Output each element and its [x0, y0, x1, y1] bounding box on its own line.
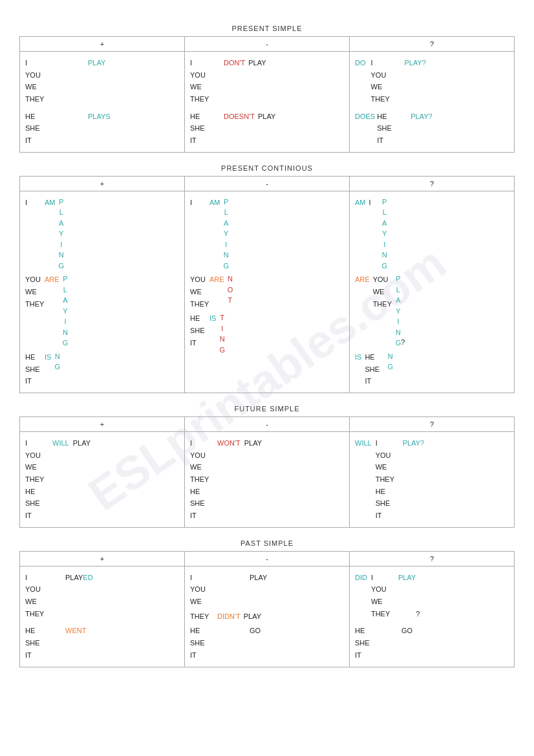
pc-plus-he-she-it: HESHEIT: [25, 351, 45, 387]
pc-q-qmark1: ?: [401, 336, 405, 349]
pc-minus-are: ARE: [209, 274, 224, 286]
past-q-pronouns2: HESHEIT: [355, 625, 382, 661]
pc-q-are: ARE: [355, 274, 370, 286]
fs-plus-play: PLAY: [73, 437, 91, 449]
past-col-minus: -: [185, 551, 350, 566]
past-minus-go: GO: [250, 625, 261, 637]
pc-question-cell: AM I PLAYING ARE YOUWETHEY: [350, 191, 515, 393]
col-plus: +: [20, 37, 185, 52]
pc-minus-he-she-it: HESHEIT: [190, 312, 209, 349]
past-q-go: GO: [401, 625, 412, 637]
pc-q-you-we-they: YOUWETHEY: [373, 274, 396, 310]
ps-plus-cell: IYOUWETHEY PLAY HESHEIT PLAYS: [20, 52, 185, 153]
ps-question-cell: DO IYOUWETHEY PLAY? DOES HESHEIT: [350, 52, 515, 153]
title-past-simple: PAST SIMPLE: [19, 539, 515, 547]
fs-col-plus: +: [20, 416, 185, 431]
past-col-question: ?: [350, 551, 515, 566]
ps-minus-pronouns2: HESHEIT: [190, 111, 217, 147]
pc-col-plus: +: [20, 176, 185, 191]
title-future-simple: FUTURE SIMPLE: [19, 405, 515, 413]
pc-minus-i: I: [190, 197, 209, 209]
pc-minus-cell: I AM PLAYING YOUWETHEY ARE: [185, 191, 350, 393]
past-minus-play1: PLAY: [250, 572, 267, 584]
past-q-did: DID: [355, 572, 367, 584]
ps-minus-verb1: PLAY: [248, 57, 266, 69]
ps-q-aux2: DOES: [355, 111, 375, 123]
pc-plus-are: ARE: [45, 274, 59, 286]
ps-minus-aux1: DON'T: [224, 57, 245, 69]
ps-plus-verb2: PLAYS: [88, 111, 111, 123]
pc-minus-you-we-they: YOUWETHEY: [190, 274, 209, 310]
pc-col-minus: -: [185, 176, 350, 191]
ps-q-verb1: PLAY?: [405, 57, 426, 69]
pc-col-question: ?: [350, 176, 515, 191]
pc-minus-not: NOT: [228, 274, 233, 306]
fs-minus-pronouns: IYOUWETHEYHESHEIT: [190, 437, 217, 522]
pc-q-he-she-it: HESHEIT: [365, 351, 387, 387]
table-future-simple: + - ? IYOUWETHEYHESHEIT WILL: [19, 416, 515, 528]
past-minus-play2: PLAY: [244, 610, 261, 623]
pc-plus-you-we-they: YOUWETHEY: [25, 274, 45, 310]
past-plus-played: PLAYED: [65, 572, 93, 584]
past-col-plus: +: [20, 551, 185, 566]
past-plus-went: WENT: [65, 625, 86, 637]
section-past-simple: PAST SIMPLE + - ? IYOUWETHEY: [19, 539, 515, 667]
fs-q-play: PLAY?: [403, 437, 424, 449]
ps-q-verb2: PLAY?: [411, 111, 432, 123]
pc-plus-playing2: PLAYING: [63, 274, 69, 349]
pc-plus-am: AM: [45, 197, 56, 209]
pc-minus-playing1: PLAYING: [224, 197, 230, 272]
title-present-continuous: PRESENT CONTINIOUS: [19, 164, 515, 172]
ps-plus-pronouns1: IYOUWETHEY: [25, 57, 52, 105]
ps-plus-verb1: PLAY: [88, 57, 105, 69]
fs-minus-cell: IYOUWETHEYHESHEIT WON'T PLAY: [185, 431, 350, 527]
pc-q-is: IS: [355, 351, 361, 363]
fs-q-will: WILL: [355, 437, 372, 449]
col-minus: -: [185, 37, 350, 52]
ps-minus-verb2: PLAY: [258, 111, 275, 123]
pc-plus-playing1: PLAYING: [59, 197, 65, 272]
section-present-continuous: PRESENT CONTINIOUS + - ? I: [19, 164, 515, 393]
pc-q-ng2: NG: [387, 351, 393, 373]
past-plus-pronouns1: IYOUWETHEY: [25, 572, 52, 620]
pc-q-i: I: [369, 197, 382, 209]
pc-plus-cell: I AM PLAYING YOUWETHEY: [20, 191, 185, 393]
fs-minus-play: PLAY: [244, 437, 262, 449]
fs-question-cell: WILL IYOUWETHEYHESHEIT PLAY?: [350, 431, 515, 527]
past-minus-he-she-it: HESHEIT: [190, 625, 217, 661]
ps-minus-pronouns1: IYOUWETHEY: [190, 57, 217, 105]
ps-q-pronouns2: HESHEIT: [377, 111, 404, 147]
ps-plus-pronouns2: HESHEIT: [25, 111, 52, 147]
pc-minus-ting: TING: [219, 312, 225, 355]
ps-minus-aux2: DOESN'T: [224, 111, 255, 123]
pc-plus-is: IS: [45, 351, 51, 363]
table-present-continuous: + - ? I AM PLAYI: [19, 176, 515, 393]
pc-q-playing2: PLAYING: [396, 274, 401, 349]
section-present-simple: PRESENT SIMPLE + - ? IYOUWETHEY: [19, 25, 515, 153]
past-minus-they: THEY: [190, 610, 217, 623]
fs-col-minus: -: [185, 416, 350, 431]
pc-plus-ng: NG: [54, 351, 60, 373]
section-future-simple: FUTURE SIMPLE + - ? IYOUWETHEYHE: [19, 405, 515, 528]
fs-plus-will: WILL: [52, 437, 69, 449]
past-minus-i-you-we: IYOUWE: [190, 572, 217, 608]
table-present-simple: + - ? IYOUWETHEY: [19, 36, 515, 153]
ps-q-pronouns1: IYOUWETHEY: [371, 57, 398, 105]
past-plus-cell: IYOUWETHEY PLAYED HESHEIT: [20, 566, 185, 667]
fs-plus-pronouns: IYOUWETHEYHESHEIT: [25, 437, 52, 522]
fs-plus-cell: IYOUWETHEYHESHEIT WILL PLAY: [20, 431, 185, 527]
past-plus-pronouns2: HESHEIT: [25, 625, 52, 661]
page-content: PRESENT SIMPLE + - ? IYOUWETHEY: [19, 25, 515, 667]
fs-minus-wont: WON'T: [217, 437, 240, 449]
title-present-simple: PRESENT SIMPLE: [19, 25, 515, 32]
pc-minus-am: AM: [209, 197, 220, 209]
col-question: ?: [350, 37, 515, 52]
past-q-qmark: ?: [416, 608, 420, 620]
past-question-cell: DID IYOUWETHEY PLAY ? HESHEIT: [350, 566, 515, 667]
past-minus-cell: IYOUWE PLAY THEY DIDN'T PLAY: [185, 566, 350, 667]
pc-q-playing1: PLAYING: [382, 197, 388, 272]
pc-plus-i: I: [25, 197, 45, 209]
past-q-pronouns1: IYOUWETHEY: [371, 572, 398, 620]
past-minus-didnt: DIDN'T: [217, 610, 240, 623]
pc-minus-is: IS: [209, 312, 216, 325]
